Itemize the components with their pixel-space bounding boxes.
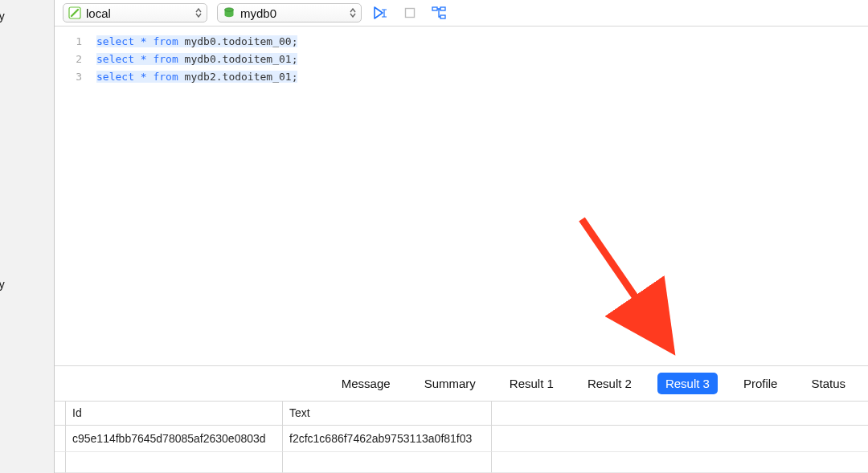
main-area: local mydb0 (55, 0, 868, 473)
tab-result-2[interactable]: Result 2 (579, 373, 640, 394)
code-line: select * from mydb2.todoitem_01; (96, 68, 868, 86)
toolbar: local mydb0 (55, 0, 868, 27)
sidebar-label-1: ry (0, 10, 5, 22)
result-tabs: Message Summary Result 1 Result 2 Result… (55, 366, 868, 402)
line-gutter: 1 2 3 (55, 27, 90, 365)
row-gutter-header (55, 402, 66, 425)
stop-button[interactable] (400, 3, 420, 22)
run-cursor-icon (373, 6, 389, 20)
chevron-updown-icon (348, 8, 358, 18)
connection-select[interactable]: local (63, 3, 207, 22)
run-button[interactable] (371, 3, 391, 22)
cell-empty (283, 452, 492, 473)
tab-result-1[interactable]: Result 1 (502, 373, 562, 394)
svg-rect-5 (440, 7, 445, 10)
database-label: mydb0 (240, 6, 348, 20)
svg-rect-3 (406, 9, 415, 18)
connection-icon (68, 6, 81, 19)
chevron-updown-icon (194, 8, 203, 18)
column-header-empty (492, 402, 868, 425)
connection-label: local (86, 6, 194, 20)
tab-message[interactable]: Message (334, 373, 399, 394)
sidebar-label-2: ry (0, 278, 5, 291)
sql-editor[interactable]: 1 2 3 select * from mydb0.todoitem_00; s… (55, 27, 868, 366)
svg-line-7 (582, 219, 659, 332)
code-line: select * from mydb0.todoitem_01; (96, 51, 868, 68)
explain-tree-icon (431, 6, 447, 20)
column-header-id[interactable]: Id (66, 402, 283, 425)
stop-icon (403, 6, 416, 19)
sidebar: ry ry (0, 0, 55, 473)
table-row-empty (55, 452, 868, 473)
explain-button[interactable] (429, 3, 448, 22)
tab-status[interactable]: Status (803, 373, 854, 394)
row-gutter (55, 426, 66, 452)
svg-rect-6 (440, 15, 445, 18)
database-select[interactable]: mydb0 (217, 3, 362, 22)
cell-empty (492, 452, 868, 473)
cell-empty (492, 426, 868, 452)
column-header-text[interactable]: Text (283, 402, 492, 425)
editor-body[interactable]: select * from mydb0.todoitem_00; select … (90, 27, 868, 365)
app-root: ry ry local (0, 0, 868, 473)
database-icon (223, 6, 235, 19)
svg-rect-4 (432, 7, 437, 10)
row-gutter (55, 452, 66, 473)
table-row[interactable]: c95e114fbb7645d78085af2630e0803d f2cfc1c… (55, 426, 868, 452)
line-number: 2 (55, 51, 82, 68)
code-line: select * from mydb0.todoitem_00; (96, 33, 868, 51)
results-header-row: Id Text (55, 402, 868, 426)
cell-text[interactable]: f2cfc1c686f7462ab9753113a0f81f03 (283, 426, 492, 452)
results-grid: Id Text c95e114fbb7645d78085af2630e0803d… (55, 402, 868, 473)
tab-result-3[interactable]: Result 3 (657, 373, 718, 394)
line-number: 1 (55, 33, 82, 51)
tab-profile[interactable]: Profile (735, 373, 786, 394)
cell-id[interactable]: c95e114fbb7645d78085af2630e0803d (66, 426, 283, 452)
cell-empty (66, 452, 283, 473)
tab-summary[interactable]: Summary (416, 373, 484, 394)
line-number: 3 (55, 68, 82, 86)
